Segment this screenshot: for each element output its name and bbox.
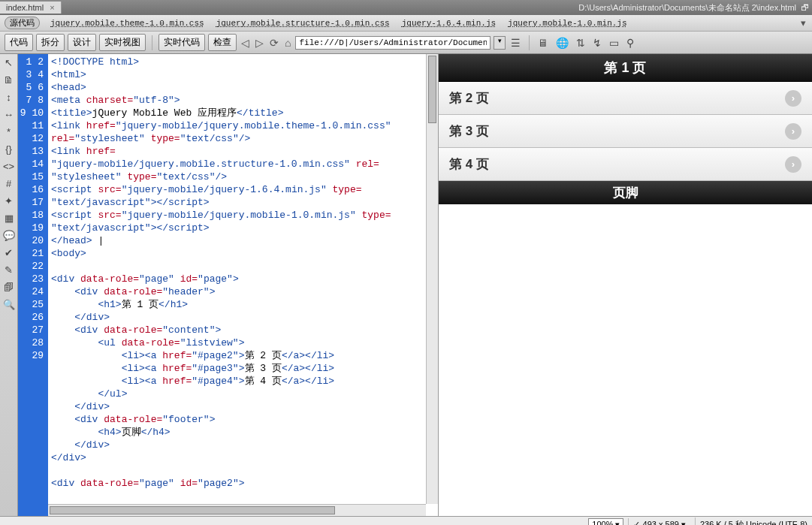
zoom-level[interactable]: 100% ▾ (588, 518, 623, 525)
preview-header: 第 1 页 (439, 54, 812, 82)
code-editor: 1 2 3 4 5 6 7 8 9 10 11 12 13 14 15 16 1… (18, 54, 439, 516)
asterisk-icon[interactable]: * (7, 126, 11, 137)
preview-footer: 页脚 (439, 181, 812, 204)
live-preview: 第 1 页 第 2 页› 第 3 页› 第 4 页› 页脚 (439, 54, 812, 516)
pin-icon[interactable]: ✎ (5, 264, 13, 276)
list-icon[interactable]: ☰ (509, 37, 523, 49)
restore-icon[interactable]: 🗗 (801, 3, 809, 12)
reload-icon[interactable]: ⟳ (268, 37, 280, 49)
live-view-button[interactable]: 实时视图 (99, 34, 146, 51)
book-icon[interactable]: 🗐 (4, 282, 14, 293)
grid-icon[interactable]: ▦ (5, 213, 14, 224)
address-dropdown-icon[interactable]: ▾ (494, 36, 506, 50)
list-item[interactable]: 第 3 页› (439, 115, 812, 148)
tag-icon[interactable]: <> (3, 161, 14, 172)
document-icon[interactable]: 🗎 (4, 74, 14, 86)
preview-listview: 第 2 页› 第 3 页› 第 4 页› (439, 82, 812, 181)
title-bar: index.html× D:\Users\Administrator\Docum… (0, 0, 812, 15)
list-item[interactable]: 第 2 页› (439, 82, 812, 115)
home-icon[interactable]: ⌂ (283, 37, 292, 49)
asset-link[interactable]: jquery-1.6.4.min.js (402, 19, 496, 28)
scrollbar-thumb[interactable] (50, 506, 335, 514)
asset-link[interactable]: jquery.mobile.theme-1.0.min.css (50, 19, 204, 28)
back-icon[interactable]: ◁ (240, 37, 251, 49)
globe-icon[interactable]: 🌐 (554, 37, 571, 49)
expand-icon[interactable]: ↔ (4, 109, 14, 120)
asset-link[interactable]: jquery.mobile.structure-1.0.min.css (216, 19, 390, 28)
sync-icon[interactable]: ↯ (590, 37, 604, 49)
ruler-icon[interactable]: ▭ (607, 37, 621, 49)
asset-bar: 源代码 jquery.mobile.theme-1.0.min.css jque… (0, 15, 812, 32)
left-toolbox: ↖ 🗎 ↕ ↔ * {} <> # ✦ ▦ 💬 ✔ ✎ 🗐 🔍 (0, 54, 18, 516)
chevron-right-icon: › (785, 90, 801, 107)
scrollbar-thumb[interactable] (428, 56, 436, 123)
hash-icon[interactable]: # (6, 178, 11, 189)
live-code-button[interactable]: 实时代码 (158, 34, 205, 51)
search-icon[interactable]: 🔍 (3, 299, 15, 310)
design-button[interactable]: 设计 (68, 34, 96, 51)
inspect-button[interactable]: 检查 (208, 34, 237, 51)
vertical-scrollbar[interactable] (426, 54, 438, 504)
search-settings-icon[interactable]: ⚲ (624, 37, 636, 49)
list-item[interactable]: 第 4 页› (439, 148, 812, 181)
close-icon[interactable]: × (50, 3, 54, 12)
code-button[interactable]: 代码 (5, 34, 33, 51)
filter-icon[interactable]: ▾ (801, 17, 806, 29)
address-bar[interactable] (295, 36, 491, 50)
status-dimensions: ✓ 493 x 589 ▾ (628, 518, 690, 525)
asset-link[interactable]: jquery.mobile-1.0.min.js (508, 19, 626, 28)
comment-icon[interactable]: 💬 (3, 230, 15, 241)
upload-icon[interactable]: ⇅ (574, 37, 587, 49)
view-toolbar: 代码 拆分 设计 实时视图 实时代码 检查 ◁ ▷ ⟳ ⌂ ▾ ☰ 🖥 🌐 ⇅ … (0, 32, 812, 54)
file-path: D:\Users\Administrator\Documents\未命名站点 2… (578, 2, 796, 14)
chevron-right-icon: › (785, 156, 801, 173)
source-badge[interactable]: 源代码 (5, 17, 40, 29)
braces-icon[interactable]: {} (5, 143, 12, 155)
main-area: ↖ 🗎 ↕ ↔ * {} <> # ✦ ▦ 💬 ✔ ✎ 🗐 🔍 1 2 3 4 … (0, 54, 812, 516)
globe-db-icon[interactable]: 🖥 (536, 37, 551, 49)
forward-icon[interactable]: ▷ (254, 37, 265, 49)
line-gutter: 1 2 3 4 5 6 7 8 9 10 11 12 13 14 15 16 1… (18, 54, 48, 516)
check-icon[interactable]: ✔ (5, 247, 13, 258)
status-bar: 100% ▾ ✓ 493 x 589 ▾ 236 K / 5 秒 Unicode… (0, 516, 812, 525)
chevron-right-icon: › (785, 123, 801, 140)
code-text[interactable]: <!DOCTYPE html> <html> <head> <meta char… (48, 54, 438, 491)
split-button[interactable]: 拆分 (36, 34, 65, 51)
collapse-icon[interactable]: ↕ (6, 92, 11, 103)
file-tab[interactable]: index.html× (0, 2, 62, 14)
cursor-icon[interactable]: ↖ (5, 57, 13, 68)
horizontal-scrollbar[interactable] (48, 504, 426, 516)
wand-icon[interactable]: ✦ (5, 195, 13, 207)
status-filesize: 236 K / 5 秒 Unicode (UTF-8) (695, 517, 812, 525)
